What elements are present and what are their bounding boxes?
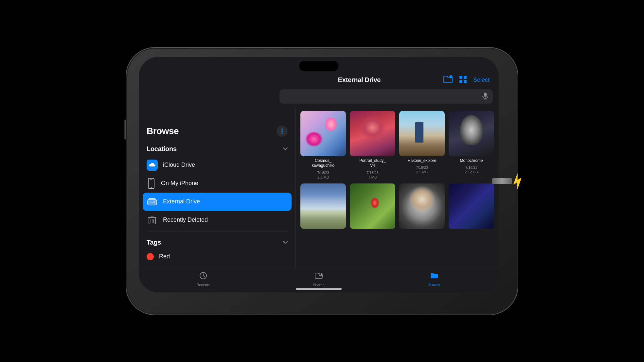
- file-thumbnail: [399, 183, 445, 229]
- external-drive-icon: [147, 196, 158, 207]
- tab-browse[interactable]: Browse: [377, 272, 492, 286]
- search-bar[interactable]: [279, 89, 493, 104]
- browse-tab-label: Browse: [428, 283, 440, 286]
- sidebar-item-iphone[interactable]: On My iPhone: [139, 174, 295, 193]
- dynamic-island: [299, 61, 338, 71]
- recents-tab-label: Recents: [196, 283, 209, 287]
- select-button[interactable]: Select: [473, 77, 490, 83]
- file-item[interactable]: [350, 183, 395, 233]
- side-button: [124, 120, 126, 139]
- lightning-icon: ⚡: [508, 171, 528, 191]
- browse-header: Browse: [139, 108, 295, 143]
- folder-person-icon: [314, 272, 323, 282]
- locations-title: Locations: [147, 145, 177, 153]
- tab-recents[interactable]: Recents: [145, 272, 261, 287]
- svg-point-10: [281, 130, 283, 132]
- file-item[interactable]: [300, 183, 346, 233]
- phone-screen: External Drive !: [139, 57, 499, 292]
- file-name: Monochrome: [449, 158, 494, 164]
- tags-section: Tags Red: [139, 236, 295, 264]
- file-meta: 7/16/232.12 GB: [449, 165, 494, 175]
- trash-icon: [147, 215, 158, 226]
- sidebar-item-icloud[interactable]: iCloud Drive: [139, 156, 295, 174]
- svg-rect-4: [459, 80, 462, 83]
- browse-menu-button[interactable]: [277, 126, 288, 137]
- svg-point-11: [281, 132, 283, 134]
- svg-rect-3: [464, 76, 467, 79]
- svg-rect-5: [464, 80, 467, 83]
- shared-tab-label: Shared: [313, 283, 324, 287]
- file-thumbnail: [449, 111, 494, 156]
- file-thumbnail: [399, 111, 445, 156]
- locations-section-header: Locations: [139, 143, 295, 156]
- clock-icon: [199, 272, 207, 282]
- grid-view-icon[interactable]: [459, 75, 467, 85]
- file-meta: 7/18/232.2 MB: [300, 170, 346, 180]
- page-title: External Drive: [276, 76, 443, 84]
- file-name: Portrait_study_V4: [350, 158, 395, 168]
- folder-badge-icon[interactable]: !: [443, 75, 453, 85]
- svg-point-17: [153, 201, 155, 203]
- browse-title: Browse: [147, 126, 179, 136]
- tab-shared[interactable]: Shared: [261, 272, 376, 287]
- section-divider: [147, 231, 288, 232]
- home-indicator: [296, 288, 342, 290]
- tag-dot-red: [147, 253, 154, 260]
- sidebar-item-external[interactable]: External Drive: [143, 193, 292, 211]
- file-item[interactable]: Portrait_study_V4 7/18/237 MB: [350, 111, 395, 180]
- folder-icon: [430, 272, 438, 281]
- trash-label: Recently Deleted: [163, 216, 208, 223]
- screen-content: External Drive !: [139, 57, 499, 292]
- file-item[interactable]: [399, 183, 445, 233]
- tag-item-red[interactable]: Red: [139, 250, 295, 264]
- file-thumbnail: [350, 183, 395, 229]
- svg-rect-16: [150, 202, 153, 202]
- phone-wrapper: External Drive !: [122, 41, 522, 322]
- file-thumbnail: [449, 183, 494, 229]
- locations-chevron-icon[interactable]: [283, 146, 288, 152]
- iphone-label: On My iPhone: [161, 180, 198, 187]
- main-content: Browse Locations: [139, 108, 499, 292]
- tags-chevron-icon[interactable]: [283, 239, 288, 245]
- svg-rect-12: [148, 178, 154, 189]
- file-thumbnail: [300, 111, 346, 156]
- mic-icon[interactable]: [482, 92, 488, 101]
- tags-section-header: Tags: [139, 236, 295, 250]
- file-grid: Cosmos_kawaguchiko 7/18/232.2 MB Portrai…: [296, 108, 499, 292]
- file-item[interactable]: Cosmos_kawaguchiko 7/18/232.2 MB: [300, 111, 346, 180]
- usb-connector-area: ⚡: [492, 174, 525, 188]
- sidebar-item-trash[interactable]: Recently Deleted: [139, 211, 295, 229]
- file-meta: 7/18/233.5 MB: [399, 165, 445, 175]
- icloud-icon: [147, 160, 158, 171]
- file-name: Hakone_explore: [399, 158, 445, 164]
- header-actions: ! Select: [443, 75, 490, 85]
- tag-label-red: Red: [159, 253, 170, 260]
- icloud-label: iCloud Drive: [163, 162, 195, 168]
- svg-point-14: [151, 187, 152, 188]
- browse-panel: Browse Locations: [139, 108, 296, 292]
- file-item[interactable]: Monochrome 7/16/232.12 GB: [449, 111, 494, 180]
- tags-title: Tags: [147, 239, 161, 246]
- content-panel: Cosmos_kawaguchiko 7/18/232.2 MB Portrai…: [296, 108, 499, 292]
- file-item[interactable]: [449, 183, 494, 233]
- svg-rect-2: [459, 76, 462, 79]
- file-thumbnail: [300, 183, 346, 229]
- file-thumbnail: [350, 111, 395, 156]
- external-label: External Drive: [163, 198, 200, 205]
- svg-rect-6: [484, 93, 487, 97]
- svg-point-9: [281, 129, 283, 130]
- file-item[interactable]: Hakone_explore 7/18/233.5 MB: [399, 111, 445, 180]
- svg-text:!: !: [451, 76, 451, 78]
- iphone-icon: [147, 178, 156, 189]
- file-meta: 7/18/237 MB: [350, 170, 395, 180]
- file-name: Cosmos_kawaguchiko: [300, 158, 346, 168]
